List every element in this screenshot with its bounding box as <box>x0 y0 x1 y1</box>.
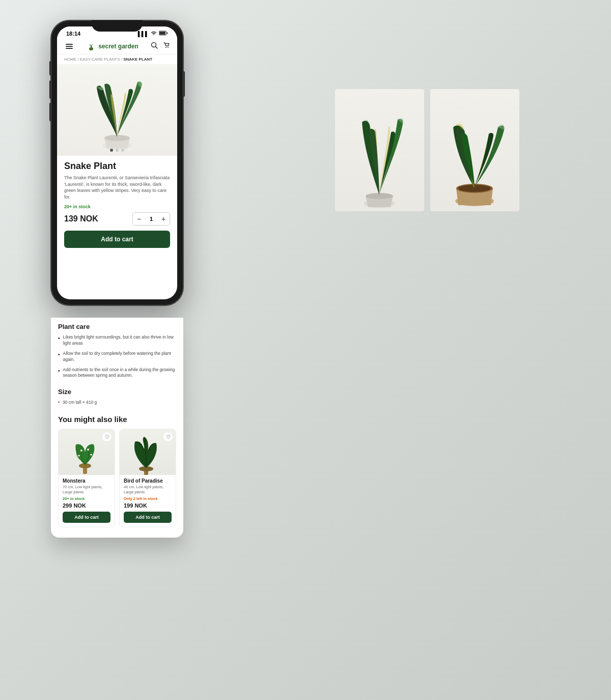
carousel-dot-1[interactable] <box>110 149 113 152</box>
add-to-cart-button[interactable]: Add to cart <box>64 231 170 248</box>
logo-icon <box>87 42 96 51</box>
nav-icons <box>151 42 170 51</box>
phone-volume-down-button <box>49 103 51 121</box>
related-grid: ♡ <box>58 429 176 527</box>
care-item-1: • Likes bright light surroundings, but i… <box>58 334 176 347</box>
svg-point-23 <box>458 185 491 192</box>
product-image <box>84 67 150 153</box>
care-text-2: Allow the soil to dry completely before … <box>63 351 176 363</box>
carousel-dot-2[interactable] <box>116 149 119 152</box>
care-bullet-1: • <box>58 335 60 347</box>
product-photo-1-image <box>343 94 416 211</box>
svg-point-15 <box>78 455 80 457</box>
svg-point-13 <box>80 450 82 452</box>
bird-of-paradise-add-to-cart-button[interactable]: Add to cart <box>124 512 172 523</box>
phone-power-button <box>183 71 185 97</box>
phone-mute-button <box>49 61 51 75</box>
care-bullet-2: • <box>58 351 60 363</box>
care-item-2: • Allow the soil to dry completely befor… <box>58 351 176 363</box>
hamburger-line-3 <box>66 48 73 49</box>
svg-rect-2 <box>167 33 168 34</box>
hamburger-menu[interactable] <box>64 42 74 50</box>
size-section: Size • 30 cm tall × 410 g <box>51 388 183 410</box>
bird-of-paradise-info: Bird of Paradise 40 cm, Low light plants… <box>120 475 176 527</box>
bird-of-paradise-desc: 40 cm, Low light plants, Large plants <box>124 485 172 495</box>
svg-line-6 <box>155 47 157 49</box>
carousel-dot-3[interactable] <box>121 149 124 152</box>
wifi-icon <box>151 31 157 37</box>
care-text-3: Add nutrients to the soil once in a whil… <box>63 367 176 379</box>
quantity-control: − 1 + <box>132 212 170 226</box>
svg-point-8 <box>168 47 169 48</box>
quantity-decrease-button[interactable]: − <box>133 213 145 225</box>
phone-screen: 18:14 ▌▌▌ <box>57 26 177 299</box>
nav-logo[interactable]: secret garden <box>87 42 138 51</box>
search-icon[interactable] <box>151 42 158 51</box>
product-photo-1[interactable] <box>335 89 424 211</box>
bird-of-paradise-plant-image <box>130 434 165 475</box>
monstera-stock: 20+ in stock <box>63 496 110 501</box>
svg-point-7 <box>165 47 166 48</box>
svg-point-14 <box>87 449 89 451</box>
bird-of-paradise-wishlist-button[interactable]: ♡ <box>163 432 173 441</box>
signal-icon: ▌▌▌ <box>138 31 149 37</box>
related-card-bird-of-paradise: ♡ Bird of Paradise <box>119 429 176 527</box>
care-text-1: Likes bright light surroundings, but it … <box>63 334 176 347</box>
monstera-name: Monstera <box>63 478 110 484</box>
product-price: 139 NOK <box>64 214 98 223</box>
breadcrumb-home[interactable]: HOME <box>64 57 76 62</box>
care-bullet-3: • <box>58 368 60 379</box>
product-info: Snake Plant The Snake Plant Laurentii, o… <box>57 156 177 254</box>
phone-notch <box>92 20 143 32</box>
monstera-image: ♡ <box>59 429 115 475</box>
bottom-spacer <box>51 533 183 538</box>
product-image-area <box>57 64 177 156</box>
related-heading: You might also like <box>58 415 176 424</box>
size-bullet: • <box>58 400 60 405</box>
battery-icon <box>159 31 168 37</box>
stock-status: 20+ in stock <box>64 204 170 209</box>
scrolled-content: Plant care • Likes bright light surround… <box>51 318 183 538</box>
bird-of-paradise-stock: Only 2 left in stock <box>124 496 172 501</box>
svg-point-20 <box>366 193 393 199</box>
status-icons: ▌▌▌ <box>138 31 168 37</box>
size-title: Size <box>58 388 176 396</box>
care-item-3: • Add nutrients to the soil once in a wh… <box>58 367 176 379</box>
breadcrumb: HOME / EASY-CARE PLANTS / SNAKE PLANT <box>57 54 177 64</box>
quantity-increase-button[interactable]: + <box>157 213 170 225</box>
breadcrumb-category[interactable]: EASY-CARE PLANTS <box>80 57 120 62</box>
size-value: • 30 cm tall × 410 g <box>58 400 176 405</box>
related-card-monstera: ♡ <box>58 429 115 527</box>
bird-of-paradise-name: Bird of Paradise <box>124 478 172 484</box>
hamburger-line-1 <box>66 44 73 45</box>
svg-point-10 <box>104 135 130 141</box>
svg-rect-4 <box>91 48 92 50</box>
plant-care-title: Plant care <box>58 323 176 330</box>
product-photo-2-image <box>438 94 512 211</box>
phone-volume-up-button <box>49 80 51 99</box>
monstera-plant-image <box>69 434 104 475</box>
app-name: secret garden <box>98 43 138 50</box>
plant-care-section: Plant care • Likes bright light surround… <box>51 318 183 388</box>
monstera-add-to-cart-button[interactable]: Add to cart <box>63 512 110 523</box>
product-photos-panel <box>335 89 519 211</box>
monstera-info: Monstera 70 cm, Low light plants, Large … <box>59 475 115 527</box>
hamburger-line-2 <box>66 46 73 47</box>
nav-bar: secret garden <box>57 39 177 54</box>
breadcrumb-current: SNAKE PLANT <box>123 57 152 62</box>
size-text: 30 cm tall × 410 g <box>63 400 97 405</box>
carousel-dots <box>110 149 124 152</box>
related-products-section: You might also like ♡ <box>51 410 183 533</box>
monstera-price: 299 NOK <box>63 502 110 509</box>
product-photo-2[interactable] <box>430 89 519 211</box>
svg-rect-1 <box>159 32 165 35</box>
phone-frame-top: 18:14 ▌▌▌ <box>51 20 183 305</box>
product-description: The Snake Plant Laurentii, or Sansevieri… <box>64 175 170 200</box>
status-time: 18:14 <box>66 31 80 37</box>
product-title: Snake Plant <box>64 161 170 172</box>
svg-point-16 <box>90 454 92 456</box>
price-row: 139 NOK − 1 + <box>64 212 170 226</box>
cart-icon[interactable] <box>163 42 170 51</box>
bird-of-paradise-image: ♡ <box>120 429 176 475</box>
monstera-wishlist-button[interactable]: ♡ <box>102 432 112 441</box>
